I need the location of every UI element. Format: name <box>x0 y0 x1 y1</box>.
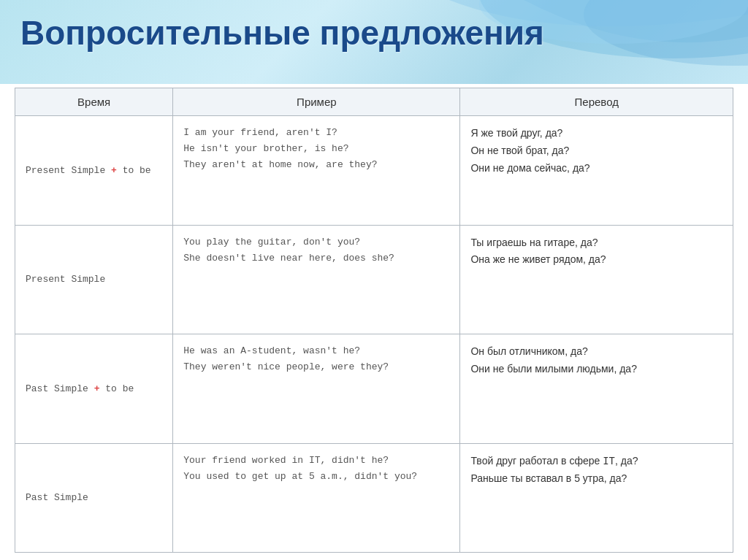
cell-translation-2: Он был отличником, да?Они не были милыми… <box>460 334 733 444</box>
table-row: Past Simple + to beHe was an A-student, … <box>15 334 733 444</box>
cell-time-3: Past Simple <box>15 443 173 553</box>
header-time: Время <box>15 88 173 116</box>
header-translation: Перевод <box>460 88 733 116</box>
cell-example-1: You play the guitar, don't you?She doesn… <box>173 225 460 334</box>
cell-time-1: Present Simple <box>15 225 173 334</box>
cell-example-3: Your friend worked in IT, didn't he?You … <box>173 443 460 553</box>
cell-translation-3: Твой друг работал в сфере IT, да?Раньше … <box>460 443 733 553</box>
cell-time-0: Present Simple + to be <box>15 116 173 226</box>
table-container: Время Пример Перевод Present Simple + to… <box>15 88 733 553</box>
cell-translation-1: Ты играешь на гитаре, да?Она же не живет… <box>460 225 733 334</box>
page-title: Вопросительные предложения <box>20 13 544 53</box>
grammar-table: Время Пример Перевод Present Simple + to… <box>15 88 733 553</box>
table-row: Present SimpleYou play the guitar, don't… <box>15 225 733 334</box>
table-row: Past SimpleYour friend worked in IT, did… <box>15 443 733 553</box>
table-row: Present Simple + to beI am your friend, … <box>15 116 733 226</box>
cell-example-2: He was an A-student, wasn't he?They were… <box>173 334 460 444</box>
table-header-row: Время Пример Перевод <box>15 88 733 116</box>
cell-translation-0: Я же твой друг, да?Он не твой брат, да?О… <box>460 116 733 226</box>
page: Вопросительные предложения Время Пример … <box>0 0 748 560</box>
cell-time-2: Past Simple + to be <box>15 334 173 444</box>
header-example: Пример <box>173 88 460 116</box>
cell-example-0: I am your friend, aren't I?He isn't your… <box>173 116 460 226</box>
